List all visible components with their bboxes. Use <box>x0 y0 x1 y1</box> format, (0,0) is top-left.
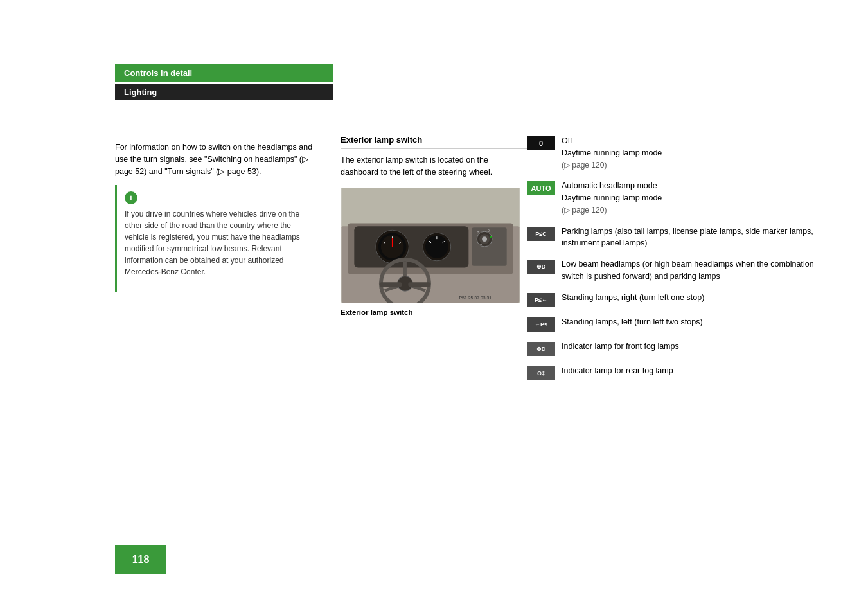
info-box-text: If you drive in countries where vehicles… <box>125 208 313 278</box>
lamp-badge-rear-fog: O‡ <box>527 366 555 380</box>
lamp-text-0: Off Daytime running lamp mode (▷ page 12… <box>562 135 662 171</box>
lamp-item-0: 0 Off Daytime running lamp mode (▷ page … <box>527 135 816 171</box>
subsection-label: Lighting <box>124 87 157 97</box>
lamp-text-rear-fog: Indicator lamp for rear fog lamp <box>562 365 673 377</box>
lamp-item-front-fog: ⊕D Indicator lamp for front fog lamps <box>527 341 816 356</box>
svg-text:A: A <box>490 235 492 238</box>
svg-rect-30 <box>380 282 402 287</box>
svg-text:0: 0 <box>488 229 490 233</box>
lamp-text-standing-left: Standing lamps, left (turn left two stop… <box>562 316 703 328</box>
lamp-text-lowbeam: Low beam headlamps (or high beam headlam… <box>562 258 816 283</box>
lamp-badge-front-fog: ⊕D <box>527 342 555 356</box>
svg-text:P51 25 37 93 31: P51 25 37 93 31 <box>459 296 492 300</box>
right-column: 0 Off Daytime running lamp mode (▷ page … <box>527 135 816 389</box>
lamp-text-auto: Automatic headlamp mode Daytime running … <box>562 180 662 216</box>
lighting-bar: Lighting <box>115 84 333 100</box>
lamp-badge-0: 0 <box>527 136 555 150</box>
lamp-item-parking: P≤C Parking lamps (also tail lamps, lice… <box>527 226 816 250</box>
svg-point-19 <box>482 236 487 242</box>
lamp-badge-parking: P≤C <box>527 227 555 241</box>
lamp-badge-standing-right: P≤← <box>527 293 555 307</box>
lamp-text-parking: Parking lamps (also tail lamps, license … <box>562 226 816 250</box>
lamp-item-lowbeam: ⊕D Low beam headlamps (or high beam head… <box>527 258 816 283</box>
svg-text:⊕: ⊕ <box>480 243 482 246</box>
dashboard-image: P 0 A ⊕ P51 25 37 93 31 <box>341 188 520 303</box>
svg-rect-31 <box>408 282 430 287</box>
intro-text: For information on how to switch on the … <box>115 141 321 177</box>
lamp-text-front-fog: Indicator lamp for front fog lamps <box>562 341 679 353</box>
exterior-lamp-intro: The exterior lamp switch is located on t… <box>341 154 527 179</box>
section-label: Controls in detail <box>124 68 192 78</box>
lamp-badge-auto: AUTO <box>527 181 555 195</box>
left-column: For information on how to switch on the … <box>115 141 321 292</box>
image-caption: Exterior lamp switch <box>341 308 527 316</box>
controls-in-detail-bar: Controls in detail <box>115 64 333 82</box>
page-number: 118 <box>132 554 150 565</box>
header-section: Controls in detail Lighting <box>115 64 333 100</box>
lamp-item-rear-fog: O‡ Indicator lamp for rear fog lamp <box>527 365 816 380</box>
lamp-badge-lowbeam: ⊕D <box>527 260 555 274</box>
lamp-item-standing-right: P≤← Standing lamps, right (turn left one… <box>527 292 816 307</box>
page-container: Controls in detail Lighting For informat… <box>0 0 868 613</box>
lamp-text-standing-right: Standing lamps, right (turn left one sto… <box>562 292 704 304</box>
page-number-box: 118 <box>115 545 166 574</box>
lamp-item-auto: AUTO Automatic headlamp mode Daytime run… <box>527 180 816 216</box>
lamp-item-standing-left: ←P≤ Standing lamps, left (turn left two … <box>527 316 816 332</box>
lamp-badge-standing-left: ←P≤ <box>527 317 555 332</box>
info-icon: i <box>125 191 137 204</box>
exterior-lamp-title: Exterior lamp switch <box>341 135 527 149</box>
info-box: i If you drive in countries where vehicl… <box>115 185 321 292</box>
middle-column: Exterior lamp switch The exterior lamp s… <box>341 135 527 316</box>
